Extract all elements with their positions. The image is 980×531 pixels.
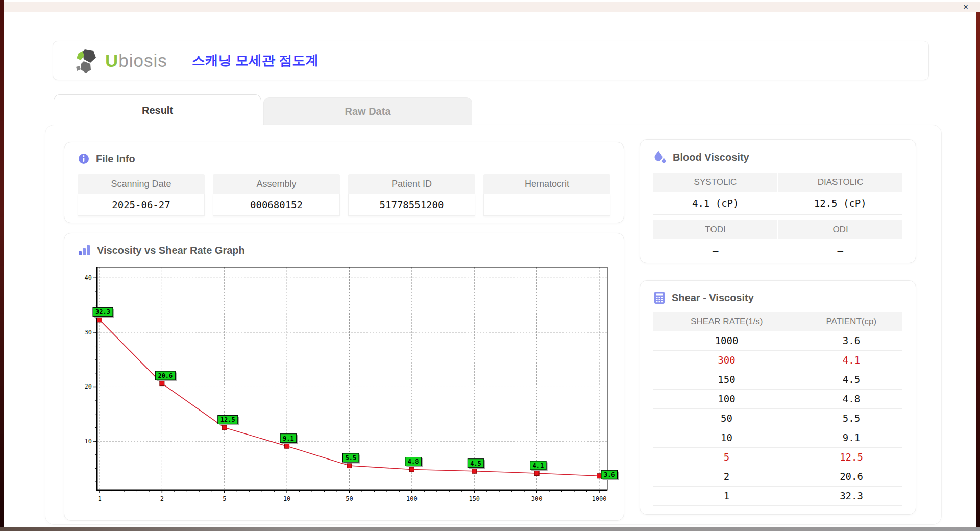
table-row: 1004.8 bbox=[653, 389, 902, 408]
svg-text:150: 150 bbox=[469, 495, 480, 502]
ubiosis-logo: Ubiosis bbox=[72, 47, 167, 75]
file-info-title: File Info bbox=[96, 153, 135, 165]
svg-text:5.5: 5.5 bbox=[345, 454, 356, 462]
svg-text:3.6: 3.6 bbox=[604, 471, 615, 478]
field-assembly: Assembly 000680152 bbox=[213, 174, 340, 216]
field-scanning-date: Scanning Date 2025-06-27 bbox=[78, 174, 205, 216]
field-value: 2025-06-27 bbox=[78, 194, 205, 216]
window-edge-left bbox=[0, 0, 4, 527]
patient-cell: 4.1 bbox=[800, 350, 902, 370]
field-label: Patient ID bbox=[348, 174, 475, 194]
page-title: 스캐닝 모세관 점도계 bbox=[192, 52, 318, 69]
window-edge-bottom bbox=[0, 527, 980, 531]
field-value bbox=[483, 194, 610, 216]
logo-text: Ubiosis bbox=[105, 51, 167, 71]
shear-rate-cell: 1 bbox=[653, 486, 800, 505]
blood-viscosity-title: Blood Viscosity bbox=[673, 152, 749, 163]
field-label: Scanning Date bbox=[78, 174, 205, 194]
shear-viscosity-table: SHEAR RATE(1/s) PATIENT(cp) 10003.6 3004… bbox=[653, 312, 902, 506]
svg-text:10: 10 bbox=[283, 495, 290, 502]
svg-text:30: 30 bbox=[85, 329, 92, 336]
shear-rate-cell: 5 bbox=[653, 447, 800, 467]
shear-rate-cell: 150 bbox=[653, 370, 800, 389]
table-row: 3004.1 bbox=[653, 350, 902, 370]
table-row: 132.3 bbox=[653, 486, 902, 505]
window-edge-right bbox=[976, 10, 980, 527]
shear-rate-cell: 2 bbox=[653, 467, 800, 486]
svg-text:5: 5 bbox=[223, 495, 226, 502]
bv-header-systolic: SYSTOLIC bbox=[653, 173, 777, 192]
info-icon bbox=[78, 153, 90, 165]
patient-cell: 32.3 bbox=[800, 486, 902, 505]
bv-value-todi: – bbox=[653, 239, 778, 262]
svg-text:4.5: 4.5 bbox=[470, 460, 481, 467]
patient-cell: 5.5 bbox=[800, 408, 902, 428]
titlebar: × bbox=[4, 2, 980, 12]
droplets-icon bbox=[653, 150, 667, 164]
viscosity-graph-card: Viscosity vs Shear Rate Graph 1020304012… bbox=[64, 233, 624, 521]
bar-chart-icon bbox=[78, 244, 91, 257]
table-row: 220.6 bbox=[653, 467, 902, 486]
field-value: 000680152 bbox=[213, 194, 340, 216]
svg-text:100: 100 bbox=[406, 495, 418, 502]
patient-cell: 9.1 bbox=[800, 428, 902, 447]
bv-value-systolic: 4.1 (cP) bbox=[653, 192, 778, 215]
shear-rate-cell: 1000 bbox=[653, 331, 800, 350]
table-row: 1504.5 bbox=[653, 370, 902, 389]
bv-header-diastolic: DIASTOLIC bbox=[777, 173, 902, 192]
shear-rate-cell: 50 bbox=[653, 408, 800, 428]
tab-result[interactable]: Result bbox=[54, 94, 261, 126]
shear-rate-cell: 100 bbox=[653, 389, 800, 408]
table-row: 512.5 bbox=[653, 447, 902, 467]
patient-cell: 4.8 bbox=[800, 389, 902, 408]
calculator-icon bbox=[653, 291, 666, 304]
field-patient-id: Patient ID 51778551200 bbox=[348, 174, 475, 216]
svg-text:1: 1 bbox=[97, 495, 101, 502]
bv-header-odi: ODI bbox=[777, 220, 902, 239]
svg-text:1000: 1000 bbox=[592, 495, 607, 502]
svg-text:12.5: 12.5 bbox=[220, 416, 235, 423]
svg-text:4.1: 4.1 bbox=[533, 462, 544, 469]
patient-cell: 3.6 bbox=[800, 331, 902, 350]
file-info-card: File Info Scanning Date 2025-06-27 Assem… bbox=[64, 142, 624, 223]
svg-text:20: 20 bbox=[85, 383, 92, 390]
logo-rest: biosis bbox=[118, 51, 167, 70]
svg-text:9.1: 9.1 bbox=[283, 435, 294, 442]
svg-text:2: 2 bbox=[160, 495, 164, 502]
viscosity-chart-svg: 102030401251050100150300100032.320.612.5… bbox=[79, 263, 620, 509]
svg-text:40: 40 bbox=[85, 274, 92, 281]
logo-u: U bbox=[105, 51, 118, 70]
field-value: 51778551200 bbox=[348, 194, 475, 216]
shear-viscosity-title: Shear - Viscosity bbox=[672, 292, 754, 304]
field-hematocrit: Hematocrit bbox=[483, 174, 610, 216]
ubiosis-logo-icon bbox=[72, 47, 102, 75]
viscosity-chart: 102030401251050100150300100032.320.612.5… bbox=[64, 263, 624, 509]
column-header-patient: PATIENT(cp) bbox=[800, 312, 902, 331]
patient-cell: 4.5 bbox=[800, 370, 902, 389]
svg-text:4.8: 4.8 bbox=[408, 458, 419, 465]
close-icon[interactable]: × bbox=[961, 2, 971, 12]
shear-rate-cell: 300 bbox=[653, 350, 800, 370]
blood-viscosity-card: Blood Viscosity SYSTOLIC DIASTOLIC 4.1 (… bbox=[640, 139, 916, 263]
column-header-shear-rate: SHEAR RATE(1/s) bbox=[653, 312, 800, 331]
field-label: Assembly bbox=[213, 174, 340, 194]
svg-text:10: 10 bbox=[85, 438, 92, 445]
patient-cell: 20.6 bbox=[800, 467, 902, 486]
graph-title: Viscosity vs Shear Rate Graph bbox=[97, 245, 245, 256]
field-label: Hematocrit bbox=[483, 174, 610, 194]
app-window: Ubiosis 스캐닝 모세관 점도계 Result Raw Data File… bbox=[4, 12, 976, 527]
shear-rate-cell: 10 bbox=[653, 428, 800, 447]
svg-text:300: 300 bbox=[531, 495, 543, 502]
tab-raw-data[interactable]: Raw Data bbox=[263, 97, 472, 125]
table-row: 10003.6 bbox=[653, 331, 902, 350]
header-card: Ubiosis 스캐닝 모세관 점도계 bbox=[53, 41, 929, 80]
table-row: 505.5 bbox=[653, 408, 902, 428]
patient-cell: 12.5 bbox=[800, 447, 902, 467]
bv-value-diastolic: 12.5 (cP) bbox=[778, 192, 903, 215]
svg-text:20.6: 20.6 bbox=[158, 372, 173, 379]
svg-text:50: 50 bbox=[346, 495, 353, 502]
table-row: 109.1 bbox=[653, 428, 902, 447]
svg-text:32.3: 32.3 bbox=[95, 308, 110, 316]
shear-viscosity-card: Shear - Viscosity SHEAR RATE(1/s) PATIEN… bbox=[640, 280, 916, 515]
bv-header-todi: TODI bbox=[653, 220, 777, 239]
